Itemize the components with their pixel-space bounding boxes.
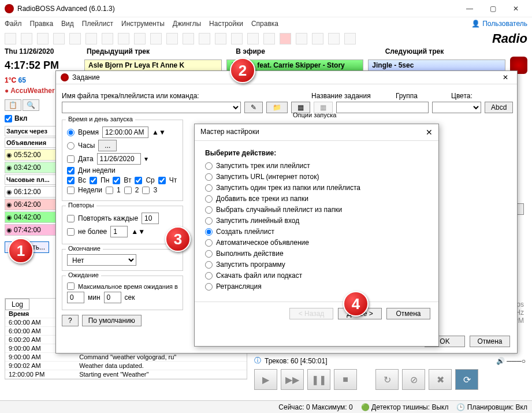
week-2[interactable] (124, 187, 132, 194)
menu-help[interactable]: Справка (251, 20, 278, 28)
time-input[interactable] (102, 126, 148, 138)
volume-icon[interactable]: 🔊 ───○ (496, 357, 526, 365)
day-sun[interactable] (67, 177, 75, 184)
user-link[interactable]: 👤 Пользователь (471, 20, 527, 28)
tb-redo-icon[interactable] (134, 33, 146, 44)
maximize-button[interactable]: ▢ (481, 1, 504, 17)
tb-new-icon[interactable] (5, 33, 16, 44)
wizard-close-button[interactable]: ✕ (426, 128, 433, 137)
no-more-value[interactable] (110, 226, 128, 237)
close-button[interactable]: ✕ (504, 1, 527, 17)
tb-paste-icon[interactable] (102, 33, 113, 44)
hours-radio[interactable] (67, 142, 75, 150)
wizard-option[interactable]: Выбрать случайный плейлист из папки (205, 206, 428, 214)
tb-saveall-icon[interactable] (53, 33, 65, 44)
wizard-option[interactable]: Запустить URL (интернет поток) (205, 173, 428, 181)
task-close-button[interactable]: ✕ (498, 73, 512, 81)
tb-clear-icon[interactable] (215, 33, 226, 44)
log-row[interactable]: 9:00:02 AMWeather data updated. (5, 362, 247, 370)
sched-row[interactable]: ◉ 03:42:00 (5, 162, 57, 173)
log-tab[interactable]: Log (5, 299, 29, 310)
loop-button[interactable]: ⟳ (455, 369, 478, 390)
sched-row[interactable]: ◉ 05:52:00 (5, 149, 57, 161)
wizard-option[interactable]: Скачать файл или подкаст (205, 271, 428, 280)
week-1[interactable] (106, 187, 113, 194)
tb-list-icon[interactable] (166, 33, 178, 44)
colors-button[interactable]: Abcd (485, 102, 513, 113)
tb-open-icon[interactable] (21, 33, 32, 44)
tb-cut-icon[interactable] (69, 33, 81, 44)
menu-file[interactable]: Файл (5, 20, 22, 28)
task-cancel-button[interactable]: Отмена (470, 336, 510, 347)
date-checkbox[interactable] (67, 155, 75, 163)
wizard-option[interactable]: Добавить все треки из папки (205, 195, 428, 203)
wizard-option[interactable]: Запустить линейный вход (205, 217, 428, 225)
sched-row[interactable]: ◉ 07:42:00 (5, 224, 57, 236)
wand-button[interactable]: ✎ (244, 102, 263, 113)
wizard-option[interactable]: Автоматическое объявление (205, 239, 428, 247)
wizard-option[interactable]: Запустить трек или плейлист (205, 162, 428, 170)
log-row[interactable]: 12:00:00 PMStarting event "Weather" (5, 370, 247, 379)
week-3[interactable] (142, 187, 150, 194)
log-row[interactable]: 9:00:00 AMCommand "weather volgograd, ru… (5, 353, 247, 362)
sched-row[interactable]: ◉ 06:42:00 (5, 199, 57, 210)
tb-clock-icon[interactable] (263, 33, 275, 44)
weeks-checkbox[interactable] (67, 187, 75, 194)
repeat-every-checkbox[interactable] (67, 215, 75, 222)
prev-track[interactable]: Asle Bjorn Pr Leya Ft Anne K (84, 59, 222, 71)
next-track[interactable]: Jingle - 5sec (368, 59, 505, 71)
tb-insert-icon[interactable] (199, 33, 210, 44)
tb-undo-icon[interactable] (118, 33, 129, 44)
wizard-option[interactable]: Запустить один трек из папки или плейлис… (205, 184, 428, 192)
pause-button[interactable]: ❚❚ (307, 369, 330, 390)
wizard-option[interactable]: Выполнить действие (205, 250, 428, 258)
wizard-option[interactable]: Запустить программу (205, 261, 428, 269)
day-thu[interactable] (158, 177, 166, 184)
menu-jingles[interactable]: Джинглы (173, 20, 201, 28)
day-mon[interactable] (90, 177, 97, 184)
date-input[interactable] (97, 153, 141, 165)
tb-copy-icon[interactable] (85, 33, 97, 44)
tb-sound-icon[interactable] (344, 33, 356, 44)
tb-mic-icon[interactable] (231, 33, 243, 44)
help-button[interactable]: ? (62, 315, 79, 326)
menu-playlist[interactable]: Плейлист (82, 20, 113, 28)
repeat-value[interactable] (142, 213, 159, 224)
enable-checkbox[interactable] (5, 115, 12, 122)
menu-edit[interactable]: Правка (30, 20, 54, 28)
list-tab[interactable]: 📋 (5, 99, 21, 111)
time-radio[interactable] (67, 129, 75, 136)
tb-add-icon[interactable] (183, 33, 194, 44)
sched-row[interactable]: ◉ 04:42:00 (5, 211, 57, 223)
repeat-button[interactable]: ↻ (375, 369, 399, 390)
next-button[interactable]: ▶▶ (281, 369, 304, 390)
sched-row[interactable]: ◉ 06:12:00 (5, 186, 57, 198)
stop-button[interactable]: ■ (334, 369, 357, 390)
ending-combo[interactable]: Нет (67, 254, 136, 266)
defaults-button[interactable]: По умолчанию (82, 315, 142, 326)
tb-play-icon[interactable] (247, 33, 259, 44)
minimize-button[interactable]: — (458, 1, 481, 17)
group-combo[interactable] (432, 102, 481, 113)
day-tue[interactable] (113, 177, 120, 184)
wizard-cancel-button[interactable]: Отмена (386, 308, 430, 319)
search-tab[interactable]: 🔍 (23, 99, 39, 111)
hours-browse[interactable]: ... (98, 140, 117, 151)
wizard-back-button[interactable]: < Назад (289, 308, 333, 319)
tb-save-icon[interactable] (37, 33, 49, 44)
tb-help-icon[interactable] (328, 33, 340, 44)
wait-sec[interactable] (104, 292, 121, 303)
wait-min[interactable] (67, 292, 84, 303)
wizard-option[interactable]: Создать плейлист (205, 228, 428, 236)
wizard-option[interactable]: Ретрансляция (205, 282, 428, 291)
file-combo[interactable] (62, 102, 241, 113)
tb-search-icon[interactable] (150, 33, 162, 44)
no-button[interactable]: ⊘ (402, 369, 425, 390)
play-button[interactable]: ▶ (254, 369, 277, 390)
tb-record-icon[interactable] (280, 33, 291, 44)
days-checkbox[interactable] (67, 167, 75, 174)
menu-view[interactable]: Вид (61, 20, 74, 28)
tb-globe-icon[interactable] (312, 33, 323, 44)
no-more-checkbox[interactable] (67, 228, 75, 236)
max-wait-checkbox[interactable] (67, 282, 75, 290)
